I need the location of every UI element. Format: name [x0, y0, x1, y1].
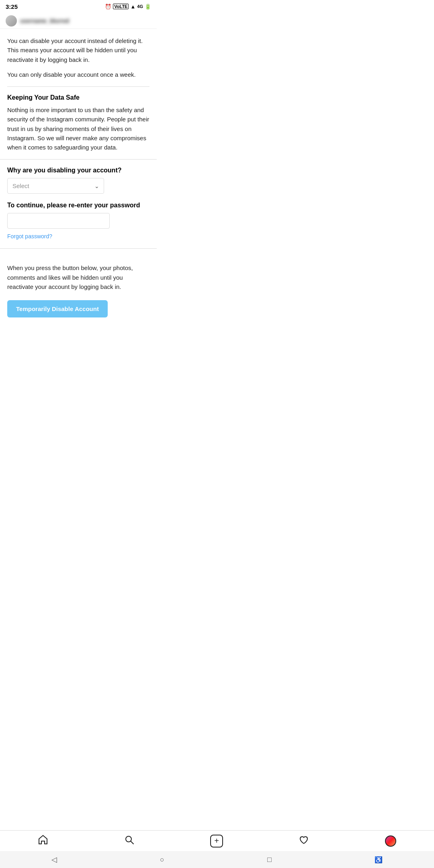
volte-icon: VoLTE	[113, 4, 129, 9]
4g-icon: 4G	[137, 4, 143, 9]
disable-info-para2: You can only disable your account once a…	[7, 70, 149, 79]
forgot-password-link[interactable]: Forgot password?	[7, 233, 52, 240]
divider-2	[0, 159, 157, 160]
page-header: username_blurred	[0, 13, 157, 29]
divider-1	[7, 86, 149, 87]
data-safe-para: Nothing is more important to us than the…	[7, 105, 149, 152]
alarm-icon: ⏰	[105, 4, 111, 10]
status-icons: ⏰ VoLTE ▲ 4G 🔋	[105, 4, 151, 10]
reason-select-wrapper[interactable]: Select Something is brokenI don't find I…	[7, 178, 104, 194]
password-label: To continue, please re-enter your passwo…	[7, 202, 149, 209]
signal-icon: ▲	[130, 4, 135, 10]
status-time: 3:25	[6, 3, 18, 10]
form-section: Why are you disabling your account? Sele…	[0, 167, 157, 241]
password-input[interactable]	[7, 213, 110, 229]
keeping-data-safe-title: Keeping Your Data Safe	[7, 94, 149, 101]
disable-info-para1: You can disable your account instead of …	[7, 36, 149, 64]
bottom-section: When you press the button below, your ph…	[0, 256, 157, 329]
content-area: You can disable your account instead of …	[0, 29, 157, 152]
bottom-info-text: When you press the button below, your ph…	[7, 263, 149, 291]
divider-3	[0, 248, 157, 249]
reason-select[interactable]: Select Something is brokenI don't find I…	[7, 178, 104, 194]
temporarily-disable-button[interactable]: Temporarily Disable Account	[7, 300, 108, 317]
why-disable-label: Why are you disabling your account?	[7, 167, 149, 174]
status-bar: 3:25 ⏰ VoLTE ▲ 4G 🔋	[0, 0, 157, 13]
header-avatar	[6, 15, 17, 27]
header-username: username_blurred	[20, 18, 69, 24]
battery-icon: 🔋	[145, 4, 151, 10]
